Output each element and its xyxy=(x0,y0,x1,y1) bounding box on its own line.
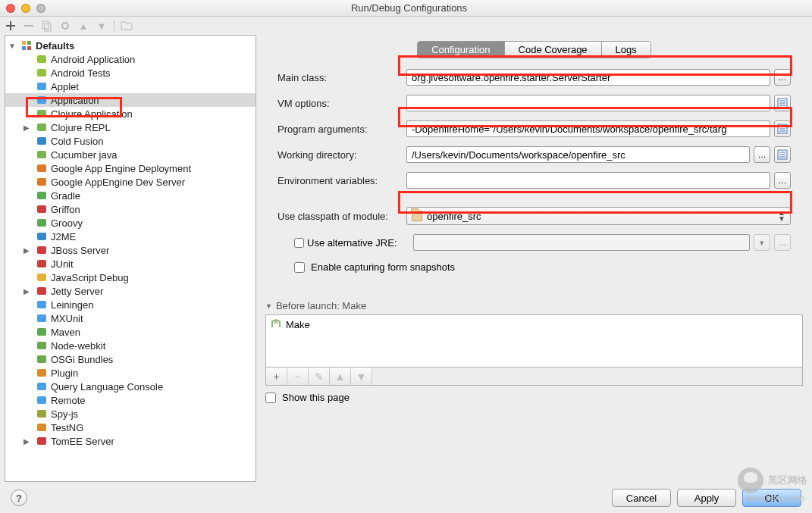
tree-item-query-language-console[interactable]: Query Language Console xyxy=(5,380,256,393)
cancel-button[interactable]: Cancel xyxy=(612,489,671,507)
config-type-icon xyxy=(36,244,48,256)
working-dir-input[interactable] xyxy=(406,146,750,163)
svg-rect-22 xyxy=(37,246,46,254)
program-args-expand-button[interactable] xyxy=(774,120,791,137)
before-launch-list[interactable]: Make xyxy=(265,314,803,368)
tab-configuration[interactable]: Configuration xyxy=(418,42,504,58)
before-launch-header[interactable]: ▼ Before launch: Make xyxy=(265,300,803,311)
tree-item-spy-js[interactable]: Spy-js xyxy=(5,407,256,421)
env-vars-input[interactable] xyxy=(406,172,770,189)
tree-item-label: JavaScript Debug xyxy=(51,272,129,283)
tree-item-griffon[interactable]: Griffon xyxy=(5,202,256,216)
tab-code-coverage[interactable]: Code Coverage xyxy=(505,42,602,58)
window-zoom-button[interactable] xyxy=(36,4,45,13)
tree-item-mxunit[interactable]: MXUnit xyxy=(5,311,256,325)
defaults-icon xyxy=(20,39,33,52)
watermark-icon xyxy=(738,468,763,493)
tree-item-javascript-debug[interactable]: JavaScript Debug xyxy=(5,271,256,284)
config-type-icon xyxy=(36,230,48,242)
before-launch-header-label: Before launch: Make xyxy=(276,300,366,311)
bl-down-button[interactable]: ▼ xyxy=(351,368,372,385)
move-down-button[interactable]: ▼ xyxy=(96,20,108,32)
tree-item-label: Jetty Server xyxy=(51,286,103,297)
tree-item-clojure-application[interactable]: Clojure Application xyxy=(5,107,256,120)
show-this-page-label: Show this page xyxy=(282,392,350,403)
config-tree[interactable]: ▼ Defaults Android ApplicationAndroid Te… xyxy=(5,35,256,482)
tree-item-cold-fusion[interactable]: Cold Fusion xyxy=(5,134,256,148)
svg-rect-17 xyxy=(37,178,46,186)
tree-item-j2me[interactable]: J2ME xyxy=(5,230,256,243)
move-up-button[interactable]: ▲ xyxy=(77,20,89,32)
window-minimize-button[interactable] xyxy=(21,4,30,13)
tree-item-application[interactable]: Application xyxy=(5,93,256,107)
tree-item-osgi-bundles[interactable]: OSGi Bundles xyxy=(5,352,256,366)
config-type-icon xyxy=(36,312,48,324)
program-args-input[interactable] xyxy=(406,120,770,137)
tree-item-testng[interactable]: TestNG xyxy=(5,421,256,434)
tree-item-jboss-server[interactable]: ▶JBoss Server xyxy=(5,243,256,257)
tree-item-remote[interactable]: Remote xyxy=(5,393,256,407)
help-button[interactable]: ? xyxy=(11,490,27,506)
tree-item-label: Remote xyxy=(51,395,86,406)
config-type-icon xyxy=(36,339,48,352)
tree-item-cucumber-java[interactable]: Cucumber java xyxy=(5,148,256,161)
tree-item-tomee-server[interactable]: ▶TomEE Server xyxy=(5,434,256,448)
tree-item-google-appengine-dev-server[interactable]: Google AppEngine Dev Server xyxy=(5,175,256,189)
config-type-icon xyxy=(36,53,48,65)
vm-options-expand-button[interactable] xyxy=(774,95,791,111)
tree-item-label: Android Tests xyxy=(51,67,111,79)
tree-item-label: Cold Fusion xyxy=(51,136,103,147)
remove-config-button[interactable] xyxy=(23,20,35,32)
tab-logs[interactable]: Logs xyxy=(602,42,651,58)
config-type-icon xyxy=(36,135,48,147)
module-select[interactable]: openfire_src ▲▼ xyxy=(406,207,791,225)
tree-item-label: Clojure REPL xyxy=(51,122,111,133)
tree-item-leiningen[interactable]: Leiningen xyxy=(5,298,256,311)
main-class-label: Main class: xyxy=(277,72,406,83)
add-config-button[interactable] xyxy=(5,20,17,32)
tree-defaults[interactable]: ▼ Defaults xyxy=(5,39,256,52)
bl-up-button[interactable]: ▲ xyxy=(330,368,351,385)
main-class-input[interactable] xyxy=(406,69,770,86)
tree-item-maven[interactable]: Maven xyxy=(5,325,256,339)
tree-item-label: Groovy xyxy=(51,217,83,229)
tree-item-jetty-server[interactable]: ▶Jetty Server xyxy=(5,284,256,298)
tree-item-groovy[interactable]: Groovy xyxy=(5,216,256,230)
program-args-label: Program arguments: xyxy=(277,124,406,135)
settings-button[interactable] xyxy=(59,20,71,32)
copy-config-button[interactable] xyxy=(41,20,53,32)
env-vars-browse-button[interactable]: … xyxy=(774,172,791,189)
tree-item-android-tests[interactable]: Android Tests xyxy=(5,66,256,80)
config-toolbar: ▲ ▼ xyxy=(0,17,812,35)
vm-options-input[interactable] xyxy=(406,95,770,111)
module-icon xyxy=(412,211,422,221)
tree-item-google-app-engine-deployment[interactable]: Google App Engine Deployment xyxy=(5,161,256,175)
window-close-button[interactable] xyxy=(6,4,15,13)
tree-item-clojure-repl[interactable]: ▶Clojure REPL xyxy=(5,120,256,134)
main-class-browse-button[interactable]: … xyxy=(774,69,791,86)
tree-item-plugin[interactable]: Plugin xyxy=(5,366,256,380)
before-launch-toolbar: + − ✎ ▲ ▼ xyxy=(265,368,803,386)
folder-button[interactable] xyxy=(121,20,133,32)
bl-add-button[interactable]: + xyxy=(266,368,287,385)
show-this-page-checkbox[interactable] xyxy=(265,393,276,403)
tree-item-node-webkit[interactable]: Node-webkit xyxy=(5,339,256,352)
bl-remove-button[interactable]: − xyxy=(287,368,309,385)
svg-rect-23 xyxy=(37,260,46,267)
alt-jre-checkbox[interactable] xyxy=(294,238,304,248)
svg-rect-18 xyxy=(37,192,46,199)
tree-item-gradle[interactable]: Gradle xyxy=(5,189,256,202)
apply-button[interactable]: Apply xyxy=(677,489,736,507)
tree-item-applet[interactable]: Applet xyxy=(5,80,256,93)
vm-options-label: VM options: xyxy=(277,98,406,109)
tree-item-android-application[interactable]: Android Application xyxy=(5,52,256,66)
bl-edit-button[interactable]: ✎ xyxy=(309,368,330,385)
working-dir-browse-button[interactable]: … xyxy=(754,146,770,163)
config-type-icon xyxy=(36,394,48,406)
tree-item-junit[interactable]: JUnit xyxy=(5,257,256,271)
before-launch-item[interactable]: Make xyxy=(268,317,801,333)
snapshots-checkbox[interactable] xyxy=(294,262,305,273)
svg-rect-31 xyxy=(37,369,46,377)
config-type-icon xyxy=(36,271,48,283)
working-dir-expand-button[interactable] xyxy=(774,146,791,163)
